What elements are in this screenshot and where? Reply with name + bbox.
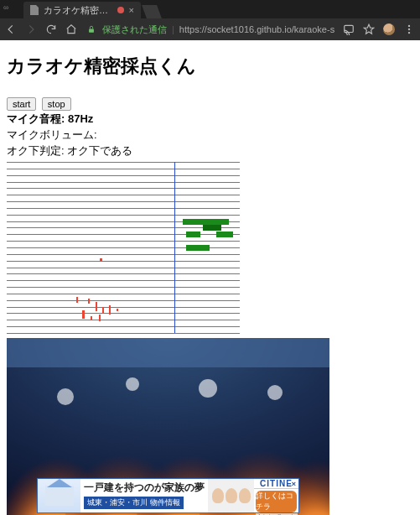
browser-chrome: ∞ カラオケ精密採点くん × 保護された通信 | https://socket1… (0, 0, 420, 40)
browser-tab[interactable]: カラオケ精密採点くん × (23, 2, 141, 18)
address-bar: 保護された通信 | https://socket1016.github.io/k… (0, 18, 420, 40)
ad-locations: 城東・浦安・市川 物件情報 (84, 497, 184, 509)
svg-point-14 (199, 379, 217, 398)
back-icon[interactable] (5, 23, 17, 35)
grid-row (7, 215, 240, 216)
house-icon (45, 486, 74, 506)
sung-pitch-mark (109, 305, 111, 314)
grid-row (7, 333, 240, 334)
sung-pitch-mark (76, 297, 78, 303)
mic-volume-line: マイクボリューム: (7, 127, 413, 143)
tab-title: カラオケ精密採点くん (44, 4, 112, 17)
ad-people (208, 479, 254, 512)
ad-headline: 一戸建を持つのが家族の夢 (84, 481, 205, 495)
mic-pitch-line: マイク音程: 87Hz (7, 112, 413, 127)
grid-row (7, 273, 240, 274)
tab-strip: カラオケ精密採点くん × (0, 0, 420, 18)
page-body: カラオケ精密採点くん start stop マイク音程: 87Hz マイクボリュ… (0, 40, 420, 515)
svg-rect-1 (345, 25, 354, 32)
stop-button[interactable]: stop (42, 97, 71, 111)
grid-row (7, 182, 240, 183)
oct-value: オク下である (67, 144, 132, 157)
grid-row (7, 300, 240, 301)
grid-row (7, 261, 240, 262)
url-box[interactable]: 保護された通信 | https://socket1016.github.io/k… (86, 23, 334, 36)
pitch-grid (7, 162, 240, 333)
grid-row (7, 294, 240, 294)
new-tab-button[interactable] (142, 5, 162, 18)
sung-pitch-mark (88, 299, 90, 304)
grid-row (7, 280, 240, 281)
grid-row (7, 313, 240, 314)
ad-banner[interactable]: 一戸建を持つのが家族の夢 城東・浦安・市川 物件情報 CITINE× 詳しくはコ… (37, 478, 299, 513)
mic-pitch-value: 87Hz (68, 112, 93, 125)
ad-close-icon[interactable]: × (292, 480, 297, 488)
mic-volume-label: マイクボリューム: (7, 128, 97, 141)
page-title: カラオケ精密採点くん (7, 54, 413, 79)
svg-point-4 (408, 32, 410, 34)
svg-point-12 (57, 388, 74, 405)
grid-row (7, 320, 240, 320)
home-icon[interactable] (65, 23, 77, 35)
ad-thumb (38, 479, 80, 512)
grid-row (7, 208, 240, 209)
sung-pitch-mark (99, 315, 101, 321)
cast-icon[interactable] (343, 23, 355, 35)
content-image-area: 一戸建を持つのが家族の夢 城東・浦安・市川 物件情報 CITINE× 詳しくはコ… (7, 338, 329, 515)
oct-line: オク下判定: オク下である (7, 143, 413, 159)
target-note (216, 231, 232, 237)
grid-row (7, 326, 240, 327)
profile-avatar-icon[interactable] (383, 23, 395, 35)
forward-icon (25, 23, 37, 35)
ad-copy: 一戸建を持つのが家族の夢 城東・浦安・市川 物件情報 (80, 479, 208, 512)
secure-label: 保護された通信 (102, 23, 167, 36)
menu-icon[interactable] (403, 23, 415, 35)
grid-row (7, 241, 240, 242)
playhead-line (174, 162, 175, 333)
star-icon[interactable] (363, 23, 375, 35)
grid-row (7, 307, 240, 308)
oct-label: オク下判定: (7, 144, 65, 157)
controls-row: start stop (7, 96, 413, 111)
grid-row (7, 162, 240, 163)
ad-brand: CITINE× (254, 479, 298, 489)
grid-row (7, 175, 240, 176)
svg-point-15 (267, 385, 283, 400)
svg-point-3 (408, 29, 410, 30)
window-corner-glyph: ∞ (3, 3, 8, 12)
target-note (186, 245, 210, 251)
close-tab-icon[interactable]: × (129, 5, 134, 15)
sung-pitch-mark (102, 307, 104, 312)
target-note (203, 225, 221, 231)
svg-rect-6 (7, 338, 329, 367)
grid-row (7, 254, 240, 255)
grid-row (7, 287, 240, 288)
sung-pitch-mark (117, 309, 119, 311)
grid-row (7, 268, 240, 268)
grid-row (7, 169, 240, 169)
target-note (186, 231, 200, 237)
svg-rect-0 (89, 29, 94, 33)
sung-pitch-mark (100, 258, 102, 262)
svg-point-13 (126, 377, 139, 391)
page-icon (30, 5, 39, 15)
sung-pitch-mark (82, 310, 84, 318)
start-button[interactable]: start (7, 97, 36, 111)
url-text: https://socket1016.github.io/karaoke-sei… (179, 24, 334, 34)
target-note (183, 219, 230, 225)
grid-row (7, 234, 240, 235)
recording-indicator-icon (117, 7, 124, 13)
sung-pitch-mark (96, 302, 97, 311)
ad-cta[interactable]: 詳しくはコチラ (256, 491, 297, 512)
lock-icon (86, 23, 97, 35)
sung-pitch-mark (91, 316, 92, 320)
reload-icon[interactable] (45, 23, 57, 35)
grid-row (7, 201, 240, 202)
grid-row (7, 195, 240, 195)
svg-point-2 (408, 25, 410, 27)
grid-row (7, 188, 240, 189)
mic-pitch-label: マイク音程: (7, 112, 65, 125)
ad-right: CITINE× 詳しくはコチラ (254, 479, 298, 512)
